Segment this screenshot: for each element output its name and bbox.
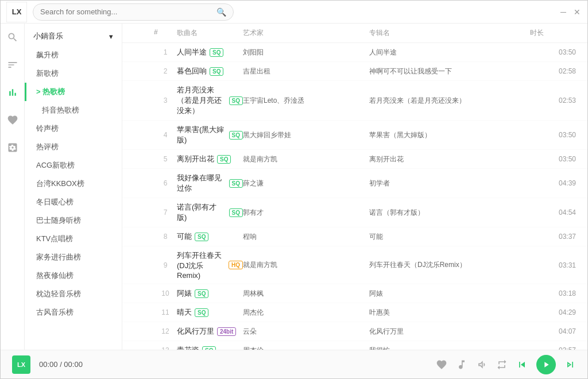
- row-number: 1: [154, 48, 177, 56]
- nav-item-jiawu[interactable]: 家务进行曲榜: [25, 248, 122, 266]
- row-number: 10: [154, 289, 177, 297]
- table-body: 1 人间半途 SQ 刘阳阳 人间半途 03:50 2 暮色回响 SQ 吉星出租 …: [122, 43, 587, 350]
- row-album: 若月亮没来（若是月亮还没来）: [369, 96, 530, 106]
- row-duration: 03:50: [530, 155, 576, 163]
- player-prev-button[interactable]: [516, 359, 528, 370]
- titlebar: LX 🔍 ─ ✕: [1, 1, 587, 24]
- row-song: 离别开出花 SQ: [177, 154, 243, 164]
- row-badge: SQ: [229, 131, 243, 140]
- nav-item-re-ping[interactable]: 热评榜: [25, 138, 122, 156]
- nav-item-shenzye[interactable]: 熬夜修仙榜: [25, 266, 122, 285]
- player-lyrics-button[interactable]: [456, 359, 467, 370]
- row-album: 初学者: [369, 179, 530, 188]
- nav-item-taiwan[interactable]: 台湾KKBOX榜: [25, 175, 122, 193]
- nav-item-ktv[interactable]: KTV点唱榜: [25, 230, 122, 248]
- row-number: 12: [154, 327, 177, 335]
- row-artist: 王宇宙Leto、乔淦丞: [243, 96, 369, 106]
- player-controls: [436, 355, 576, 374]
- sidebar-icon-favorite[interactable]: [5, 112, 21, 128]
- row-album: 化风行万里: [369, 327, 530, 337]
- row-artist: 刘阳阳: [243, 48, 369, 57]
- row-artist: 周林枫: [243, 289, 369, 299]
- row-song: 晴天 SQ: [177, 307, 243, 318]
- search-input[interactable]: [40, 7, 214, 16]
- app-window: LX 🔍 ─ ✕: [0, 0, 588, 379]
- table-row[interactable]: 11 晴天 SQ 周杰伦 叶惠美 04:29: [122, 303, 587, 322]
- table-row[interactable]: 13 青花瓷 SQ 周杰伦 我很忙 03:57: [122, 341, 587, 350]
- nav-item-gufeng[interactable]: 古风音乐榜: [25, 303, 122, 322]
- row-artist: 云朵: [243, 327, 369, 337]
- row-badge: SQ: [210, 67, 223, 76]
- row-duration: 03:50: [530, 131, 576, 139]
- table-row[interactable]: 8 可能 SQ 程响 可能 03:37: [122, 227, 587, 246]
- row-duration: 04:29: [530, 308, 576, 316]
- row-song: 暮色回响 SQ: [177, 66, 243, 76]
- row-song: 人间半途 SQ: [177, 47, 243, 57]
- player-next-button[interactable]: [564, 359, 576, 370]
- table-row[interactable]: 10 阿婊 SQ 周林枫 阿婊 03:18: [122, 284, 587, 303]
- row-album: 阿婊: [369, 289, 530, 299]
- table-row[interactable]: 1 人间半途 SQ 刘阳阳 人间半途 03:50: [122, 43, 587, 62]
- nav-item-xin-ge[interactable]: 新歌榜: [25, 64, 122, 83]
- nav-item-douyin[interactable]: 抖音热歌榜: [25, 101, 122, 119]
- row-badge: SQ: [195, 308, 208, 317]
- search-bar[interactable]: 🔍: [33, 3, 234, 21]
- table-row[interactable]: 6 我好像在哪见过你 SQ 薛之谦 初学者 04:39: [122, 169, 587, 198]
- table-row[interactable]: 2 暮色回响 SQ 吉星出租 神啊可不可以让我感受一下 02:58: [122, 62, 587, 81]
- row-duration: 04:39: [530, 179, 576, 187]
- sidebar-icon-library[interactable]: [5, 57, 21, 73]
- row-duration: 04:54: [530, 208, 576, 216]
- table-row[interactable]: 4 苹果害(黑大婶版) SQ 黑大婶回乡带娃 苹果害（黑大婶版） 03:50: [122, 121, 587, 150]
- close-button[interactable]: ✕: [572, 7, 582, 17]
- nav-items-container: 飙升榜新歌榜> 热歌榜抖音热歌榜铃声榜热评榜ACG新歌榜台湾KKBOX榜冬日暖心…: [25, 46, 122, 322]
- row-album: 诺言（郭有才版）: [369, 208, 530, 218]
- row-number: 3: [154, 96, 177, 105]
- sidebar-icon-chart[interactable]: [5, 84, 21, 100]
- row-artist: 郭有才: [243, 208, 369, 218]
- table-row[interactable]: 5 离别开出花 SQ 就是南方凯 离别开出花 03:50: [122, 150, 587, 169]
- search-icon: 🔍: [216, 7, 226, 17]
- table-row[interactable]: 9 列车开往春天(DJ沈乐Remix) HQ 就是南方凯 列车开往春天（DJ沈乐…: [122, 246, 587, 284]
- row-album: 人间半途: [369, 48, 530, 57]
- row-number: 11: [154, 308, 177, 316]
- row-song: 青花瓷 SQ: [177, 345, 243, 350]
- row-number: 9: [154, 261, 177, 269]
- table-row[interactable]: 7 诺言(郭有才版) SQ 郭有才 诺言（郭有才版） 04:54: [122, 198, 587, 227]
- minimize-button[interactable]: ─: [559, 7, 568, 17]
- player-time: 00:00 / 00:00: [39, 360, 83, 369]
- sidebar-icon-search[interactable]: [5, 29, 21, 45]
- row-badge: SQ: [195, 233, 208, 241]
- player-play-button[interactable]: [536, 355, 556, 374]
- table-header: # 歌曲名 艺术家 专辑名 时长: [122, 24, 587, 43]
- player-favorite-button[interactable]: [436, 359, 447, 370]
- nav-item-ling-sheng[interactable]: 铃声榜: [25, 119, 122, 138]
- nav-item-acg[interactable]: ACG新歌榜: [25, 156, 122, 175]
- row-artist: 薛之谦: [243, 179, 369, 188]
- nav-section-xiaoguo[interactable]: 小鍋音乐 ▾: [25, 26, 122, 46]
- row-song: 诺言(郭有才版) SQ: [177, 202, 243, 223]
- table-row[interactable]: 3 若月亮没来（若是月亮还没来） SQ 王宇宙Leto、乔淦丞 若月亮没来（若是…: [122, 81, 587, 121]
- nav-item-zhenybian[interactable]: 枕边轻音乐榜: [25, 285, 122, 303]
- nav-item-bashi[interactable]: 巴士随身听榜: [25, 211, 122, 230]
- nav-item-dongri[interactable]: 冬日暖心榜: [25, 193, 122, 211]
- content-area: # 歌曲名 艺术家 专辑名 时长 1 人间半途 SQ 刘阳阳 人间半途 03:5…: [122, 24, 587, 350]
- sidebar-icon-settings[interactable]: [5, 140, 21, 156]
- row-artist: 周杰伦: [243, 346, 369, 350]
- titlebar-controls: ─ ✕: [559, 7, 582, 17]
- nav-item-fei-sheng[interactable]: 飙升榜: [25, 46, 122, 64]
- row-duration: 03:50: [530, 48, 576, 56]
- row-album: 神啊可不可以让我感受一下: [369, 67, 530, 76]
- player-repeat-button[interactable]: [496, 359, 508, 370]
- row-duration: 02:58: [530, 67, 576, 75]
- main-layout: 小鍋音乐 ▾ 飙升榜新歌榜> 热歌榜抖音热歌榜铃声榜热评榜ACG新歌榜台湾KKB…: [1, 24, 587, 350]
- nav-item-re-ge[interactable]: > 热歌榜: [25, 83, 122, 101]
- row-song: 阿婊 SQ: [177, 288, 243, 299]
- row-duration: 04:07: [530, 327, 576, 335]
- row-artist: 就是南方凯: [243, 260, 369, 270]
- table-row[interactable]: 12 化风行万里 24bit 云朵 化风行万里 04:07: [122, 322, 587, 341]
- player-volume-button[interactable]: [476, 359, 488, 370]
- row-duration: 03:31: [530, 261, 576, 269]
- row-number: 7: [154, 208, 177, 216]
- row-artist: 程响: [243, 232, 369, 242]
- row-song: 苹果害(黑大婶版) SQ: [177, 125, 243, 145]
